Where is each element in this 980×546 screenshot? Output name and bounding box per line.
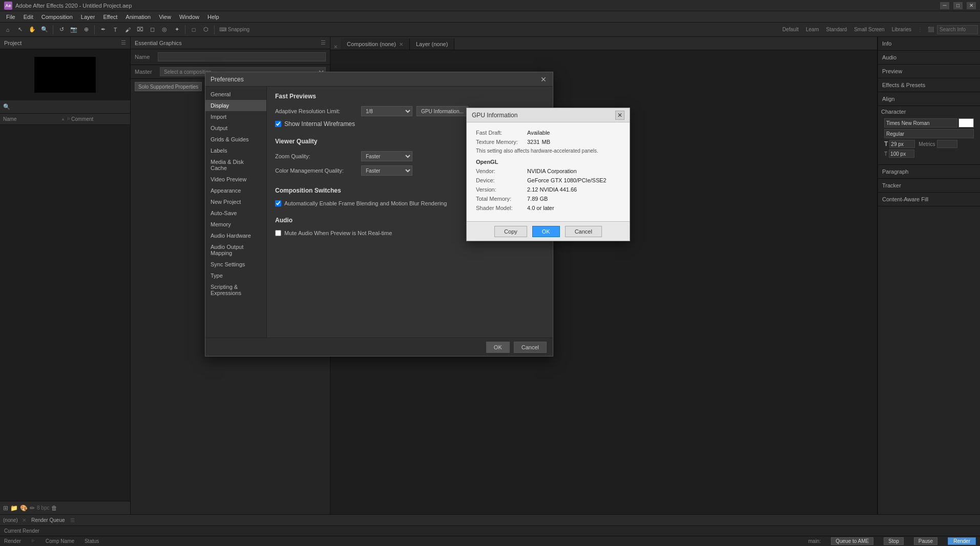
tool-brush[interactable]: 🖌 — [122, 24, 133, 35]
project-search-input[interactable] — [12, 103, 127, 111]
ws-tab-learn[interactable]: Learn — [803, 27, 822, 32]
menu-help[interactable]: Help — [203, 11, 223, 22]
char-font-name-input[interactable] — [884, 118, 957, 128]
tool-zoom[interactable]: 🔍 — [39, 24, 50, 35]
pref-item-output[interactable]: Output — [205, 122, 266, 134]
pref-item-grids[interactable]: Grids & Guides — [205, 134, 266, 145]
viewer-tab-layer-label: Layer (none) — [416, 41, 448, 47]
eg-name-input[interactable] — [158, 52, 326, 61]
gpu-cancel-btn[interactable]: Cancel — [565, 226, 602, 237]
window-controls[interactable]: ─ □ ✕ — [940, 2, 976, 9]
search-input[interactable] — [937, 25, 978, 34]
tool-hand[interactable]: ✋ — [27, 24, 38, 35]
bottom-tab-none[interactable]: (none) — [0, 517, 21, 523]
char-size-input[interactable] — [889, 140, 915, 148]
pref-item-scripting[interactable]: Scripting & Expressions — [205, 281, 266, 299]
pref-item-general[interactable]: General — [205, 89, 266, 100]
menu-animation[interactable]: Animation — [121, 11, 155, 22]
tool-pan[interactable]: ⊕ — [80, 24, 92, 35]
eg-solo-btn[interactable]: Solo Supported Properties — [135, 82, 202, 91]
menu-layer[interactable]: Layer — [77, 11, 99, 22]
tool-select[interactable]: ↖ — [14, 24, 26, 35]
ws-tab-small[interactable]: Small Screen — [851, 27, 887, 32]
tool-puppet[interactable]: ✦ — [171, 24, 182, 35]
ws-tab-libraries[interactable]: Libraries — [889, 27, 914, 32]
char-style-input[interactable] — [884, 129, 974, 138]
project-btn-color[interactable]: 🎨 — [20, 505, 28, 512]
render-btn[interactable]: Render — [948, 537, 976, 545]
tool-text[interactable]: T — [110, 24, 121, 35]
project-panel-menu[interactable]: ☰ — [121, 39, 126, 46]
menu-composition[interactable]: Composition — [37, 11, 77, 22]
gpu-info-dialog[interactable]: GPU Information ✕ Fast Draft: Available … — [466, 108, 630, 241]
menu-view[interactable]: View — [155, 11, 175, 22]
close-btn[interactable]: ✕ — [967, 2, 976, 9]
tool-shape1[interactable]: □ — [188, 24, 199, 35]
tool-shape2[interactable]: ⬡ — [200, 24, 212, 35]
pref-adaptive-select[interactable]: 1/8 — [361, 106, 412, 116]
queue-to-ame-btn[interactable]: Queue to AME — [831, 537, 873, 545]
project-btn-flow[interactable]: ⊞ — [3, 505, 8, 512]
pref-item-sync[interactable]: Sync Settings — [205, 259, 266, 270]
eg-panel-menu[interactable]: ☰ — [321, 39, 326, 46]
pref-item-audio-hw[interactable]: Audio Hardware — [205, 230, 266, 241]
pref-zoom-select[interactable]: Faster — [361, 151, 412, 161]
pref-item-type[interactable]: Type — [205, 270, 266, 281]
bottom-tab-close[interactable]: ✕ — [21, 517, 27, 523]
tool-home[interactable]: ⌂ — [2, 24, 13, 35]
ws-btn-menu[interactable]: ⋮ — [915, 27, 925, 32]
pref-wireframes-check[interactable] — [275, 121, 281, 127]
char-kern-input[interactable] — [889, 150, 914, 158]
gpu-copy-btn[interactable]: Copy — [494, 226, 527, 237]
ws-tab-default[interactable]: Default — [779, 27, 802, 32]
viewer-tab-layer[interactable]: Layer (none) — [410, 38, 454, 50]
char-metrics-input[interactable] — [937, 140, 957, 148]
pref-item-labels[interactable]: Labels — [205, 145, 266, 156]
viewer-tab-composition[interactable]: Composition (none) ✕ — [341, 38, 410, 50]
tool-camera[interactable]: 📷 — [68, 24, 79, 35]
render-queue-menu[interactable]: ☰ — [70, 517, 75, 523]
tool-eraser[interactable]: ◻ — [147, 24, 158, 35]
pref-item-import[interactable]: Import — [205, 111, 266, 122]
pref-ok-btn[interactable]: OK — [486, 342, 510, 353]
pref-item-autosave[interactable]: Auto-Save — [205, 207, 266, 219]
pref-item-audio-out[interactable]: Audio Output Mapping — [205, 241, 266, 259]
gpu-ok-btn[interactable]: OK — [532, 226, 560, 237]
gpu-close-btn[interactable]: ✕ — [615, 111, 624, 120]
menu-effect[interactable]: Effect — [99, 11, 121, 22]
pref-item-memory[interactable]: Memory — [205, 219, 266, 230]
menu-file[interactable]: File — [2, 11, 19, 22]
pref-close-btn[interactable]: ✕ — [539, 75, 548, 83]
ws-tab-standard[interactable]: Standard — [823, 27, 850, 32]
pref-item-newproject[interactable]: New Project — [205, 196, 266, 207]
toolbar-separator-4 — [214, 25, 215, 34]
pref-gpu-info-btn[interactable]: GPU Information... — [416, 106, 468, 116]
pref-item-display[interactable]: Display — [205, 100, 266, 111]
restore-btn[interactable]: □ — [953, 2, 963, 9]
menu-window[interactable]: Window — [175, 11, 203, 22]
pref-cancel-btn[interactable]: Cancel — [514, 342, 547, 353]
char-color-box[interactable] — [958, 118, 974, 128]
project-btn-folder[interactable]: 📁 — [10, 505, 18, 512]
pref-color-mgmt-select[interactable]: Faster — [361, 165, 412, 176]
project-btn-pencil[interactable]: ✏ — [30, 505, 35, 512]
stop-btn[interactable]: Stop — [884, 537, 904, 545]
tool-clone[interactable]: ⌧ — [134, 24, 145, 35]
minimize-btn[interactable]: ─ — [940, 2, 949, 9]
info-section: Info — [878, 37, 980, 51]
pref-mute-check[interactable] — [275, 230, 281, 236]
tool-roto[interactable]: ◎ — [159, 24, 170, 35]
pause-btn[interactable]: Pause — [914, 537, 937, 545]
viewer-close-all[interactable]: ✕ — [330, 44, 341, 50]
menu-edit[interactable]: Edit — [19, 11, 37, 22]
project-btn-trash[interactable]: 🗑 — [51, 505, 57, 512]
pref-item-media[interactable]: Media & Disk Cache — [205, 156, 266, 174]
pref-item-appearance[interactable]: Appearance — [205, 185, 266, 196]
pref-item-video[interactable]: Video Preview — [205, 174, 266, 185]
bottom-tab-render[interactable]: Render Queue — [27, 517, 69, 523]
tool-pen[interactable]: ✒ — [97, 24, 109, 35]
tool-rotate[interactable]: ↺ — [56, 24, 67, 35]
pref-auto-frame-check[interactable] — [275, 200, 281, 206]
ws-btn-expand[interactable]: ⬛ — [926, 27, 936, 32]
viewer-tab-comp-close[interactable]: ✕ — [399, 41, 403, 47]
